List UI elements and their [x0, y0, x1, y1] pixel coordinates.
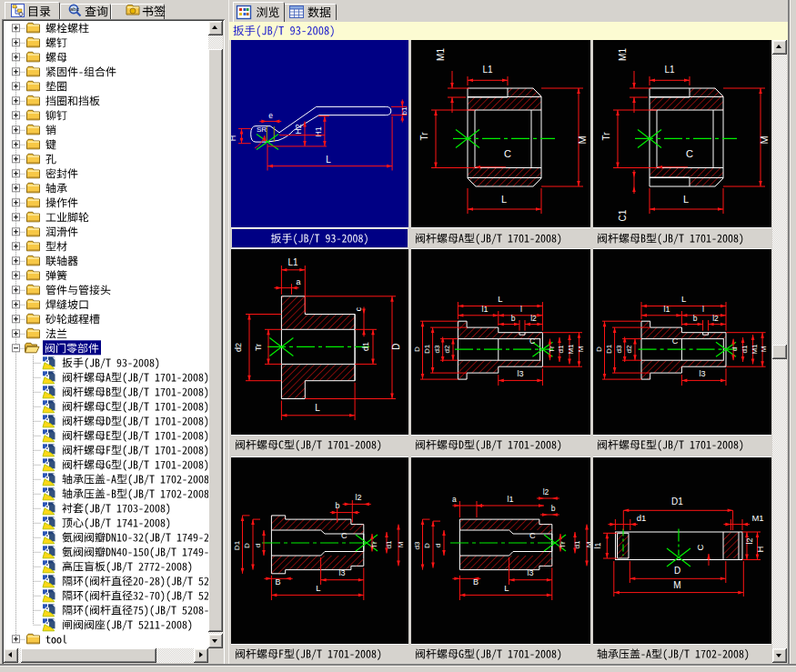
svg-text:abc: abc: [70, 6, 79, 12]
